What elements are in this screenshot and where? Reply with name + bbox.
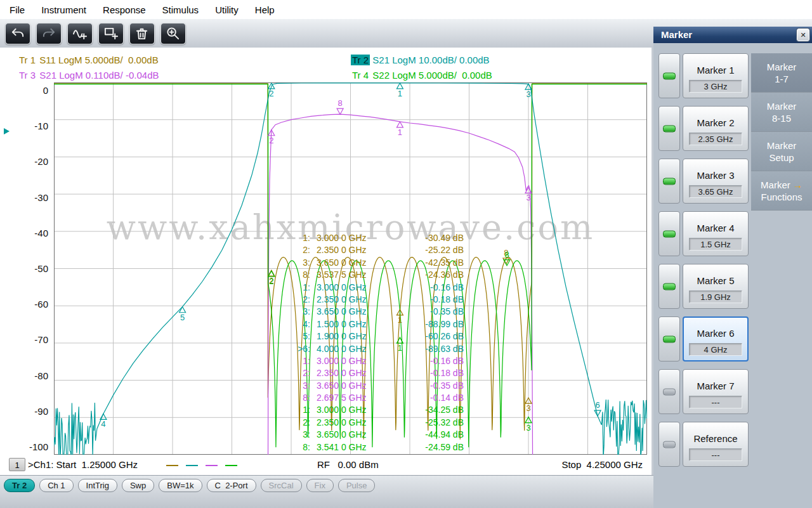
stimulus-footer: 1 >Ch1: Start 1.25000 GHz RF 0.00 dBm St… [0,457,652,474]
tab-label-line1: Marker [751,62,812,72]
marker-readout-value: -0.35 dB [400,306,464,318]
tab-marker-1-7[interactable]: Marker1-7 [751,53,812,93]
marker-readout-number: 5: [289,330,310,342]
undo-button[interactable] [5,23,30,44]
marker-6-toggle[interactable] [658,316,680,361]
marker-5-button[interactable]: Marker 51.9 GHz [683,264,749,309]
add-channel-button[interactable] [98,23,124,44]
marker-2-toggle[interactable] [658,106,680,151]
status-c-2-port[interactable]: C 2-Port [207,479,256,492]
tab-label-line1: Marker → [751,179,812,190]
marker-readout-value: -30.49 dB [400,232,464,244]
marker-3-button[interactable]: Marker 33.65 GHz [683,159,749,204]
status-tr-2[interactable]: Tr 2 [4,479,35,492]
marker-1-button[interactable]: Marker 13 GHz [683,53,749,98]
marker-readout-frequency: 2.350 0 GHz [310,417,400,429]
marker-2-label: Marker 2 [683,117,748,128]
y-axis-label: -100 [0,441,48,453]
trace-legend-tr2[interactable]: Tr 2 S21 LogM 10.00dB/ 0.00dB [351,55,492,65]
marker-readout-frequency: 2.350 0 GHz [310,367,400,379]
reference-button[interactable]: Reference--- [683,422,749,467]
arrow-right-icon: → [790,179,802,190]
y-axis-label: -60 [0,299,48,310]
trace-label-tr2: Tr 2 [351,55,370,65]
trace-format-tr1: S11 LogM 5.000dB/ 0.00dB [37,55,159,65]
reference-toggle[interactable] [658,422,680,467]
menu-item-file[interactable]: File [1,4,33,15]
marker-2-row: Marker 22.35 GHz [658,106,749,151]
marker-7-toggle[interactable] [658,369,680,414]
marker-number-label: 2 [269,89,273,98]
marker-4-toggle[interactable] [658,211,680,256]
y-axis-label: -40 [0,228,48,239]
tab-marker-8-15[interactable]: Marker8-15 [751,93,812,132]
marker-readout-number: 1: [289,355,310,367]
y-axis-label: -80 [0,370,48,382]
marker-readout-number: 8: [289,269,310,281]
marker-1-toggle[interactable] [658,53,680,98]
status-inttrig[interactable]: IntTrig [78,479,117,492]
tab-label-line2: Setup [751,152,812,163]
tab-label-line2: 1-7 [751,74,812,84]
marker-readout-value: -34.25 dB [400,404,464,416]
led-indicator-on [663,178,676,185]
status-bw-1k[interactable]: BW=1k [159,479,202,492]
menu-item-response[interactable]: Response [95,4,154,15]
marker-number-label: 5 [180,313,185,322]
marker-1-value: 3 GHz [689,80,742,93]
trace-color-key-tr2 [186,465,198,466]
marker-glyph-tr2-5 [180,307,186,313]
zoom-in-button[interactable] [160,23,186,44]
delete-button[interactable] [129,23,155,44]
plot-region: Tr 1 S11 LogM 5.000dB/ 0.00dBTr 2 S21 Lo… [0,48,652,475]
trace-legend-tr4[interactable]: Tr 4 S22 LogM 5.000dB/ 0.00dB [351,70,492,81]
close-button[interactable]: ✕ [797,29,809,41]
redo-icon [41,26,56,41]
marker-6-button[interactable]: Marker 64 GHz [683,316,749,361]
status-swp[interactable]: Swp [122,479,154,492]
led-indicator-on [663,283,676,290]
marker-readout-row: >6:4.000 0 GHz-89.63 dB [289,343,464,355]
marker-readout-frequency: 2.697 5 GHz [310,392,400,404]
marker-4-button[interactable]: Marker 41.5 GHz [683,211,749,256]
close-icon: ✕ [800,31,806,39]
marker-readout-row: 2:2.350 0 GHz-25.32 dB [289,417,464,429]
add-trace-button[interactable] [67,23,93,44]
marker-readout-value: -44.94 dB [400,429,464,441]
marker-7-button[interactable]: Marker 7--- [683,369,749,414]
marker-number-label: 1 [398,127,402,137]
marker-2-value: 2.35 GHz [689,133,742,145]
marker-readout-value: -60.26 dB [400,330,464,342]
marker-readout-row: 4:1.500 0 GHz-88.99 dB [289,318,464,330]
marker-readout-value: -88.99 dB [400,318,464,330]
trace-format-tr3: S21 LogM 0.110dB/ -0.04dB [37,70,159,81]
tab-marker-functions[interactable]: Marker →Functions [751,171,812,211]
trace-legend-tr1[interactable]: Tr 1 S11 LogM 5.000dB/ 0.00dB [18,55,351,65]
status-ch-1[interactable]: Ch 1 [39,479,73,492]
marker-readout-number: 1: [289,232,310,244]
trace-legend-tr3[interactable]: Tr 3 S21 LogM 0.110dB/ -0.04dB [18,70,351,81]
marker-readout-number: 1: [289,404,310,416]
marker-panel-title: Marker [661,29,692,40]
menu-item-stimulus[interactable]: Stimulus [154,4,207,15]
trace-label-tr4: Tr 4 [351,70,370,81]
marker-1-row: Marker 13 GHz [658,53,749,98]
add-channel-icon [103,26,119,41]
tab-marker-setup[interactable]: MarkerSetup [751,132,812,171]
marker-3-toggle[interactable] [658,159,680,204]
marker-3-row: Marker 33.65 GHz [658,159,749,204]
menu-item-help[interactable]: Help [247,4,283,15]
channel-tab-1[interactable]: 1 [9,458,25,471]
menu-item-utility[interactable]: Utility [207,4,247,15]
led-indicator-on [663,335,676,342]
marker-readout-value: -0.16 dB [400,282,464,294]
marker-readout-value: -0.35 dB [400,380,464,392]
add-trace-icon [72,26,88,41]
menu-item-instrument[interactable]: Instrument [33,4,95,15]
y-axis-label: 0 [0,85,48,96]
stop-frequency-label: Stop 4.25000 GHz [561,459,643,470]
marker-5-toggle[interactable] [658,264,680,309]
marker-2-button[interactable]: Marker 22.35 GHz [683,106,749,151]
marker-readout-number: 3: [289,306,310,318]
y-axis-label: -90 [0,406,48,417]
